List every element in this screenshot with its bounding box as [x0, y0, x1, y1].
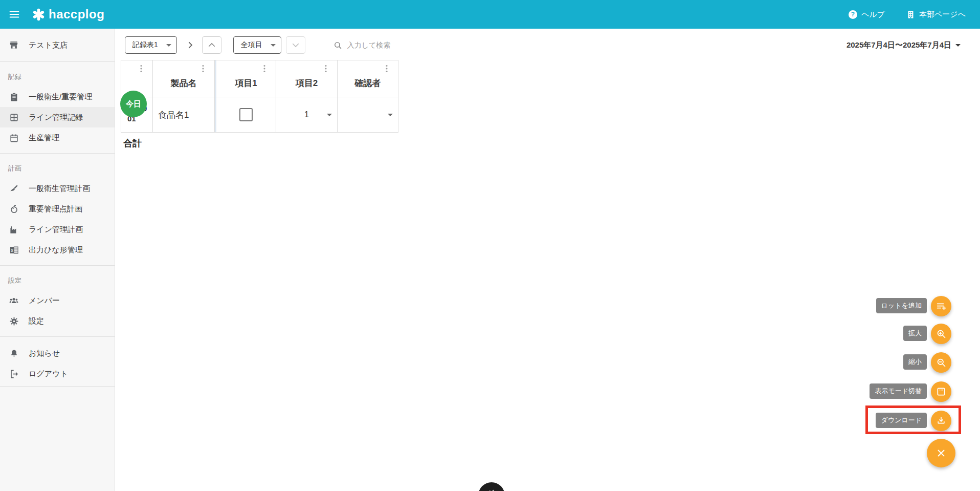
chevron-down-icon: [955, 44, 961, 47]
chevron-down-icon: [271, 44, 276, 47]
mountain-icon: [485, 486, 498, 491]
table-row: 今日 12:00 01 食品名1 1: [121, 97, 398, 133]
zoom-out-tooltip: 縮小: [903, 354, 927, 370]
sidebar-item-notifications[interactable]: お知らせ: [0, 343, 115, 364]
sidebar-item-production[interactable]: 生産管理: [0, 127, 115, 148]
topbar-right: ? ヘルプ 本部ページへ: [849, 10, 966, 19]
chevron-down-icon: [291, 40, 300, 50]
column-menu-icon[interactable]: [323, 65, 329, 73]
record-table-select-value: 記録表1: [132, 40, 158, 50]
sidebar-item-ccp-plan[interactable]: 重要管理点計画: [0, 199, 115, 219]
product-name: 食品名1: [158, 109, 189, 121]
speed-dial-close-button[interactable]: [927, 439, 955, 467]
column-menu-icon[interactable]: [261, 65, 268, 73]
section-title-plans: 計画: [0, 161, 115, 178]
zoom-in-icon: [936, 329, 947, 339]
sidebar-item-label: ライン管理記録: [29, 113, 83, 122]
item2-cell[interactable]: 1: [276, 97, 338, 133]
menu-button[interactable]: [4, 4, 25, 25]
column-header-confirmer: 確認者: [338, 60, 398, 97]
sidebar-item-line-plan[interactable]: ライン管理計画: [0, 219, 115, 240]
column-menu-icon[interactable]: [384, 65, 390, 73]
zoom-out-icon: [936, 357, 947, 368]
topbar: haccplog ? ヘルプ 本部ページへ: [0, 0, 980, 29]
close-icon: [936, 447, 947, 459]
apple-icon: [8, 203, 19, 215]
calendar-icon: [8, 132, 19, 143]
display-mode-icon: [936, 387, 946, 397]
hq-page-link[interactable]: 本部ページへ: [906, 10, 966, 19]
display-mode-button[interactable]: [931, 381, 951, 402]
chevron-right-icon: [186, 40, 195, 50]
search-box: [333, 41, 429, 50]
column-label: 項目2: [296, 77, 318, 89]
members-icon: [8, 295, 19, 306]
zoom-out-button[interactable]: [931, 352, 951, 373]
records-table: 製品名 項目1 項目2 確認者 今日 12:: [121, 60, 398, 133]
lot-cell[interactable]: 今日 12:00 01: [121, 97, 153, 133]
column-header-product: 製品名: [153, 60, 215, 97]
help-label: ヘルプ: [861, 10, 885, 19]
sidebar-item-hygiene-plan[interactable]: 一般衛生管理計画: [0, 178, 115, 199]
all-items-select-value: 全項目: [241, 40, 262, 50]
next-table-button[interactable]: [184, 39, 196, 51]
column-menu-icon[interactable]: [200, 65, 206, 73]
help-link[interactable]: ? ヘルプ: [849, 10, 885, 19]
sidebar-item-label: メンバー: [29, 296, 60, 306]
building-icon: [906, 10, 915, 19]
sidebar-item-members[interactable]: メンバー: [0, 290, 115, 311]
app-logo[interactable]: haccplog: [32, 7, 104, 22]
download-icon: [936, 416, 946, 426]
search-input[interactable]: [347, 41, 429, 49]
zoom-in-button[interactable]: [931, 324, 951, 344]
clipboard-icon: [8, 91, 19, 102]
add-lot-button[interactable]: [931, 296, 951, 316]
sidebar-footer: お知らせ ログアウト: [0, 336, 115, 393]
svg-text:X: X: [11, 248, 13, 252]
chevron-down-icon[interactable]: [327, 114, 332, 116]
section-settings: 設定 メンバー: [0, 265, 115, 336]
storefront-icon: [8, 39, 19, 51]
sidebar-item-label: 一般衛生/重要管理: [29, 92, 92, 102]
sidebar-item-hygiene-records[interactable]: 一般衛生/重要管理: [0, 87, 115, 107]
product-name-cell[interactable]: 食品名1: [153, 97, 215, 133]
collapse-up-button[interactable]: [202, 36, 221, 54]
column-menu-icon[interactable]: [138, 65, 144, 73]
add-lot-tooltip: ロットを追加: [876, 298, 927, 313]
confirmer-cell[interactable]: [338, 97, 398, 133]
sidebar-item-output-template[interactable]: X 出力ひな形管理: [0, 240, 115, 260]
item1-checkbox[interactable]: [239, 108, 253, 121]
date-range-selector[interactable]: 2025年7月4日〜2025年7月4日: [847, 40, 961, 50]
sidebar-item-logout[interactable]: ログアウト: [0, 364, 115, 384]
table-header-row: 製品名 項目1 項目2 確認者: [121, 60, 398, 97]
branch-selector[interactable]: テスト支店: [0, 29, 115, 62]
column-label: 製品名: [171, 77, 197, 89]
logo-text: haccplog: [49, 7, 104, 22]
section-title-records: 記録: [0, 69, 115, 87]
display-mode-tooltip: 表示モード切替: [870, 383, 927, 399]
sidebar-item-settings[interactable]: 設定: [0, 311, 115, 331]
search-icon: [333, 41, 342, 50]
sidebar: テスト支店 記録 一般衛生/重要管理: [0, 29, 115, 491]
record-toolbar: 記録表1 全項目 2025年7月4日〜2025年7月4日: [115, 36, 980, 54]
zoom-in-tooltip: 拡大: [903, 326, 927, 341]
main-content: 記録表1 全項目 2025年7月4日〜2025年7月4日: [115, 29, 980, 491]
section-plans: 計画 一般衛生管理計画 重要管理点計画: [0, 153, 115, 265]
hq-page-label: 本部ページへ: [919, 10, 966, 19]
factory-icon: [8, 224, 19, 235]
sidebar-item-label: 一般衛生管理計画: [29, 184, 90, 194]
sidebar-item-line-records[interactable]: ライン管理記録: [0, 107, 115, 127]
record-table-select[interactable]: 記録表1: [125, 36, 177, 54]
table-icon: [8, 112, 19, 123]
hamburger-icon: [9, 9, 20, 20]
item1-cell: [216, 97, 276, 133]
bell-icon: [8, 348, 19, 359]
column-header-item2: 項目2: [276, 60, 338, 97]
branch-name: テスト支店: [29, 40, 68, 50]
date-range-value: 2025年7月4日〜2025年7月4日: [847, 40, 951, 50]
download-button[interactable]: [931, 411, 951, 431]
all-items-select[interactable]: 全項目: [233, 36, 281, 54]
page: haccplog ? ヘルプ 本部ページへ: [0, 0, 980, 491]
expand-down-button[interactable]: [286, 36, 305, 54]
chevron-down-icon[interactable]: [388, 114, 393, 116]
